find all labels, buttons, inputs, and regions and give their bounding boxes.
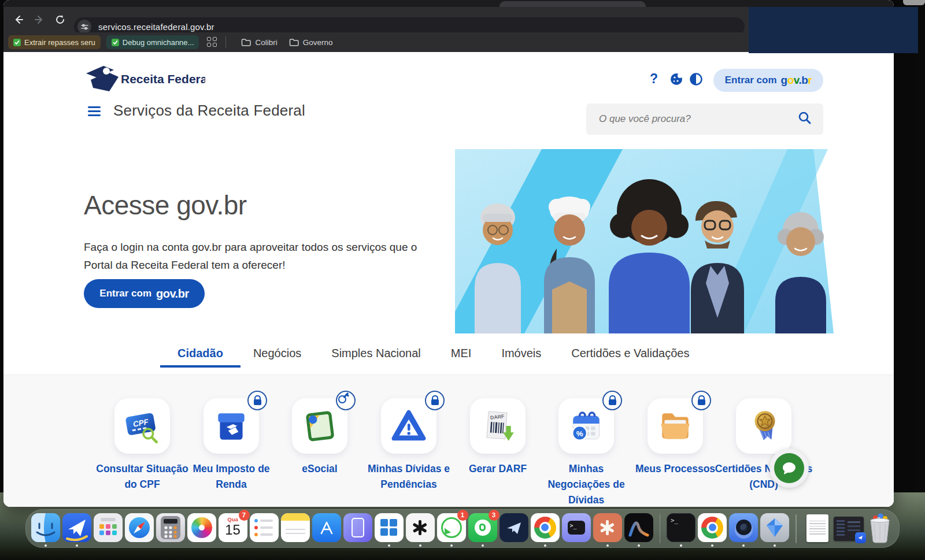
- folder-icon: [289, 38, 299, 46]
- search-input[interactable]: [598, 113, 798, 125]
- service-card-minhas-negociacoes[interactable]: % MinhasNegociações deDívidas: [537, 398, 635, 507]
- whatsapp-beta-badge: 1: [457, 510, 468, 521]
- reload-button[interactable]: [53, 13, 67, 27]
- contrast-icon[interactable]: [689, 72, 703, 88]
- forward-button[interactable]: [32, 13, 46, 27]
- page-title: Serviços da Receita Federal: [113, 102, 305, 120]
- dock-minimized-document-window[interactable]: [802, 510, 833, 547]
- dock-minimized-terminal-window[interactable]: [833, 510, 864, 547]
- green-check-icon: [112, 39, 119, 46]
- hero-heading: Acesse gov.br: [84, 190, 247, 221]
- service-card-esocial[interactable]: eSocial: [271, 398, 369, 477]
- receita-federal-logo[interactable]: Receita Federal: [84, 64, 205, 95]
- search-box[interactable]: [586, 103, 823, 135]
- browser-tab-strip: [3, 0, 894, 7]
- service-card-label: MinhasNegociações deDívidas: [537, 461, 635, 507]
- service-card-label: Consultar Situaçãodo CPF: [93, 461, 191, 492]
- dock-whatsapp-icon[interactable]: 3: [467, 510, 498, 547]
- service-card-label: Gerar DARF: [449, 461, 547, 477]
- dock-chrome-icon[interactable]: [530, 510, 561, 547]
- tab-negocios[interactable]: Negócios: [253, 347, 301, 360]
- login-govbr-button-top[interactable]: Entrar com gov.br: [713, 69, 823, 92]
- bookmark-label: Debug omnichanne...: [123, 38, 194, 47]
- dock-camera-app-icon[interactable]: [728, 510, 759, 547]
- apps-grid-icon[interactable]: [207, 37, 217, 47]
- dock-trash-icon[interactable]: [864, 510, 896, 547]
- calendar-weekday: Qua: [227, 517, 238, 522]
- dock-spark-mail-icon[interactable]: [61, 510, 92, 547]
- dock-calendar-icon[interactable]: 7 Qua 15: [217, 510, 249, 547]
- folder-icon: [648, 398, 703, 454]
- dock-chatgpt-icon[interactable]: [405, 510, 436, 547]
- service-card-label: Meus Processos: [626, 461, 724, 477]
- back-arrow-icon: [13, 14, 24, 25]
- dock-terminal-purple-icon[interactable]: >_: [561, 510, 592, 547]
- chat-bubble-icon: [774, 453, 804, 483]
- dock-calculator-icon[interactable]: [155, 510, 186, 547]
- overlay-panel: [749, 7, 918, 53]
- dock-separator: [660, 514, 661, 543]
- dock-launchpad-icon[interactable]: [92, 510, 124, 547]
- cookie-settings-icon[interactable]: [669, 72, 683, 88]
- tab-simples-nacional[interactable]: Simples Nacional: [331, 347, 421, 360]
- dock-claude-icon[interactable]: [592, 510, 623, 547]
- login-govbr-button-hero[interactable]: Entrar com gov.br: [84, 279, 205, 308]
- service-card-minhas-dividas[interactable]: Minhas Dívidas ePendências: [360, 398, 458, 492]
- tab-cidadao[interactable]: Cidadão: [177, 347, 223, 360]
- govbr-logo-text: gov.br: [156, 287, 189, 301]
- dock-compass-app-icon[interactable]: [759, 510, 790, 547]
- bookmark-folder-governo[interactable]: Governo: [286, 38, 336, 47]
- service-card-label: Meu Imposto deRenda: [182, 461, 280, 492]
- bookmark-extrair-repasses[interactable]: Extrair repasses seru: [8, 35, 101, 49]
- cpf-card-icon: CPF: [114, 398, 170, 454]
- help-icon[interactable]: ?: [650, 71, 658, 87]
- tab-certidoes-validacoes[interactable]: Certidões e Validações: [571, 347, 689, 360]
- lock-badge-icon: [425, 391, 445, 410]
- service-card-gerar-darf[interactable]: DARF Gerar DARF: [449, 398, 547, 477]
- dock-finder-icon[interactable]: [30, 510, 61, 547]
- bookmark-debug-omnichannel[interactable]: Debug omnichanne...: [106, 35, 199, 49]
- reload-icon: [55, 14, 65, 25]
- dock-whatsapp-beta-icon[interactable]: 1: [436, 510, 467, 547]
- dock-safari-icon[interactable]: [124, 510, 155, 547]
- background-window-corner: [903, 0, 925, 5]
- dock-telegram-icon[interactable]: [498, 510, 530, 547]
- lock-badge-icon: [247, 391, 267, 410]
- bookmark-folder-colibri[interactable]: Colibri: [238, 38, 280, 47]
- dock-notes-icon[interactable]: [280, 510, 311, 547]
- screen: servicos.receitafederal.gov.br Extrair r…: [0, 0, 925, 560]
- revenue-box-icon: [204, 398, 259, 454]
- dock-separator: [796, 514, 797, 543]
- dock-windows-app-icon[interactable]: [373, 510, 405, 547]
- forward-arrow-icon: [34, 14, 45, 25]
- login-button-prefix: Entrar com: [725, 75, 777, 86]
- dock-chrome-2-icon[interactable]: [697, 510, 728, 547]
- tab-imoveis[interactable]: Imóveis: [501, 347, 541, 360]
- dock-terminal-icon[interactable]: >_: [665, 510, 697, 547]
- whatsapp-badge: 3: [489, 510, 500, 521]
- lock-badge-icon: [691, 391, 711, 410]
- chat-fab-button[interactable]: [769, 448, 809, 488]
- service-card-meus-processos[interactable]: Meus Processos: [626, 398, 724, 477]
- lock-badge-icon: [602, 391, 622, 410]
- dock-photos-icon[interactable]: [186, 510, 217, 547]
- back-button[interactable]: [12, 13, 25, 27]
- search-icon[interactable]: [798, 111, 812, 127]
- service-card-meu-imposto-renda[interactable]: Meu Imposto deRenda: [182, 398, 280, 492]
- dock-mountain-chart-app-icon[interactable]: [623, 510, 654, 547]
- tab-mei[interactable]: MEI: [451, 347, 472, 360]
- darf-barcode-icon: DARF: [470, 398, 526, 454]
- url-text: servicos.receitafederal.gov.br: [98, 22, 214, 32]
- category-tabs: Cidadão Negócios Simples Nacional MEI Im…: [177, 340, 689, 366]
- menu-hamburger-icon[interactable]: [88, 106, 101, 116]
- dock-iphone-mirroring-icon[interactable]: [342, 510, 373, 547]
- browser-active-tab[interactable]: [500, 1, 646, 7]
- key-badge-icon: [336, 391, 356, 410]
- service-card-consultar-cpf[interactable]: CPF Consultar Situaçãodo CPF: [93, 398, 191, 492]
- esocial-notebook-icon: [292, 398, 347, 454]
- folder-label: Colibri: [255, 38, 277, 47]
- dock-reminders-icon[interactable]: [249, 510, 280, 547]
- dock-app-store-icon[interactable]: [311, 510, 342, 547]
- service-card-label: Minhas Dívidas ePendências: [360, 461, 458, 492]
- site-settings-icon[interactable]: [77, 20, 91, 34]
